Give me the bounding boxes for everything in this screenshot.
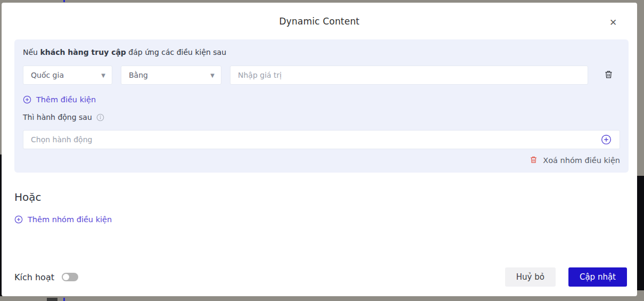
intro-prefix: Nếu xyxy=(23,48,40,56)
condition-row: Quốc gia ▼ Bằng ▼ xyxy=(23,66,620,85)
add-condition-label: Thêm điều kiện xyxy=(36,95,96,104)
modal-title: Dynamic Content xyxy=(2,3,637,27)
backdrop-artifact xyxy=(47,298,57,301)
then-label: Thì hành động sau xyxy=(23,113,92,121)
info-icon[interactable] xyxy=(96,113,104,121)
trash-red-icon xyxy=(530,156,538,165)
plus-circle-icon xyxy=(14,215,23,224)
modal-footer: Kích hoạt Huỷ bỏ Cập nhật xyxy=(14,267,627,287)
toggle-knob xyxy=(63,274,69,280)
plus-circle-icon xyxy=(23,95,31,104)
delete-condition-button[interactable] xyxy=(597,66,620,85)
then-row: Thì hành động sau xyxy=(23,113,620,121)
activate-label: Kích hoạt xyxy=(14,272,54,282)
cancel-button[interactable]: Huỷ bỏ xyxy=(505,267,556,287)
delete-group-label: Xoá nhóm điều kiện xyxy=(543,156,620,165)
caret-down-icon: ▼ xyxy=(210,72,214,78)
intro-subject: khách hàng truy cập xyxy=(40,48,126,56)
value-input[interactable] xyxy=(230,66,588,85)
update-button[interactable]: Cập nhật xyxy=(568,267,627,287)
activate-toggle[interactable] xyxy=(62,273,78,281)
delete-condition-group-button[interactable]: Xoá nhóm điều kiện xyxy=(530,156,620,165)
operator-select[interactable]: Bằng ▼ xyxy=(121,66,221,85)
attribute-select[interactable]: Quốc gia ▼ xyxy=(23,66,112,85)
backdrop-dark-strip-right xyxy=(637,176,644,290)
add-action-button[interactable] xyxy=(596,130,617,149)
add-group-label: Thêm nhóm điều kiện xyxy=(28,215,112,224)
caret-down-icon: ▼ xyxy=(101,72,105,78)
condition-group: Nếu khách hàng truy cập đáp ứng các điều… xyxy=(14,39,629,173)
intro-suffix: đáp ứng các điều kiện sau xyxy=(126,48,226,56)
add-condition-button[interactable]: Thêm điều kiện xyxy=(23,95,96,104)
plus-circle-icon xyxy=(601,134,612,145)
or-heading: Hoặc xyxy=(14,191,637,204)
activate-control: Kích hoạt xyxy=(14,272,78,282)
delete-group-row: Xoá nhóm điều kiện xyxy=(23,156,620,165)
condition-group-intro: Nếu khách hàng truy cập đáp ứng các điều… xyxy=(23,47,620,58)
backdrop-artifact xyxy=(63,298,65,301)
action-row xyxy=(23,130,620,149)
trash-icon xyxy=(604,70,613,80)
dynamic-content-modal: Dynamic Content ✕ Nếu khách hàng truy cậ… xyxy=(2,3,637,296)
add-condition-group-button[interactable]: Thêm nhóm điều kiện xyxy=(14,215,112,224)
backdrop-artifact xyxy=(63,0,65,2)
operator-select-value: Bằng xyxy=(129,71,148,79)
close-icon[interactable]: ✕ xyxy=(607,17,619,28)
action-select-input[interactable] xyxy=(23,130,620,149)
footer-buttons: Huỷ bỏ Cập nhật xyxy=(505,267,627,287)
attribute-select-value: Quốc gia xyxy=(31,71,64,79)
